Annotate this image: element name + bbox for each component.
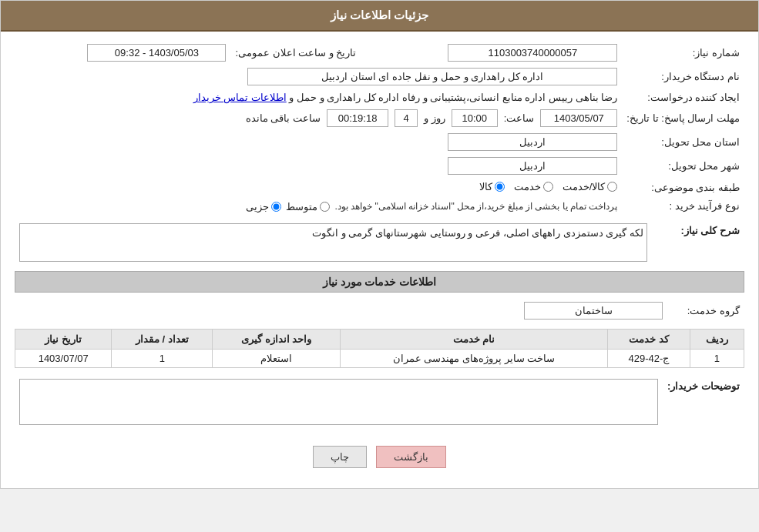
buyer-notes-table: توضیحات خریدار: — [15, 376, 744, 430]
page-header: جزئیات اطلاعات نیاز — [1, 1, 758, 32]
print-button[interactable]: چاپ — [313, 446, 367, 468]
category-label: طبقه بندی موضوعی: — [622, 178, 744, 197]
created-by-text: رضا بناهی رییس اداره منابع انسانی،پشتیبا… — [289, 92, 617, 103]
category-kala-option: کالا — [479, 181, 505, 192]
service-group-label: گروه خدمت: — [667, 299, 744, 323]
process-full-text: پرداخت تمام یا بخشی از مبلغ خرید،از محل … — [334, 201, 617, 212]
announce-label: تاریخ و ساعت اعلان عمومی: — [230, 41, 361, 65]
col-quantity: تعداد / مقدار — [112, 329, 213, 349]
created-by-row: ایجاد کننده درخواست: رضا بناهی رییس ادار… — [15, 89, 744, 106]
remaining-display: 00:19:18 — [327, 109, 388, 127]
col-service-name: نام خدمت — [340, 329, 607, 349]
category-khadamat-option: خدمت — [514, 181, 553, 192]
category-options: کالا/خدمت خدمت کالا — [15, 178, 622, 197]
service-group-row: گروه خدمت: ساختمان — [15, 299, 744, 323]
main-info-table: شماره نیاز: 1103003740000057 تاریخ و ساع… — [15, 41, 744, 216]
description-table: شرح کلی نیاز: لکه گیری دستمزدی راههای اص… — [15, 220, 744, 265]
category-kala-khadamat-radio[interactable] — [607, 182, 617, 192]
deadline-date-display: 1403/05/07 — [540, 109, 617, 127]
buyer-name-display: اداره کل راهداری و حمل و نقل جاده ای است… — [247, 68, 617, 85]
table-row: 1ج-42-429ساخت سایر پروژه‌های مهندسی عمرا… — [15, 349, 744, 367]
description-display: لکه گیری دستمزدی راههای اصلی، فرعی و روس… — [19, 223, 647, 262]
time-display: 10:00 — [452, 109, 498, 127]
created-by-value: رضا بناهی رییس اداره منابع انسانی،پشتیبا… — [15, 89, 622, 106]
remaining-label: ساعت باقی مانده — [246, 112, 321, 124]
service-group-value: ساختمان — [15, 299, 667, 323]
service-group-table: گروه خدمت: ساختمان — [15, 299, 744, 323]
city-label: شهر محل تحویل: — [622, 154, 744, 178]
city-display: اردبیل — [448, 157, 617, 175]
category-kala-khadamat-label: کالا/خدمت — [563, 181, 606, 192]
col-row-num: ردیف — [690, 329, 744, 349]
page-title: جزئیات اطلاعات نیاز — [331, 8, 428, 22]
category-khadamat-label: خدمت — [514, 181, 541, 192]
service-group-display: ساختمان — [524, 302, 663, 320]
process-motavaset-radio[interactable] — [320, 202, 330, 212]
province-display: اردبیل — [448, 133, 617, 151]
time-label: ساعت: — [504, 112, 535, 124]
category-row: طبقه بندی موضوعی: کالا/خدمت خدمت — [15, 178, 744, 197]
services-data-table: ردیف کد خدمت نام خدمت واحد اندازه گیری ت… — [15, 329, 744, 368]
col-unit: واحد اندازه گیری — [213, 329, 340, 349]
category-kala-khadamat-option: کالا/خدمت — [563, 181, 618, 192]
province-row: استان محل تحویل: اردبیل — [15, 130, 744, 154]
content-area: شماره نیاز: 1103003740000057 تاریخ و ساع… — [1, 32, 758, 488]
process-jozi-radio[interactable] — [271, 202, 281, 212]
city-row: شهر محل تحویل: اردبیل — [15, 154, 744, 178]
deadline-row: مهلت ارسال پاسخ: تا تاریخ: 1403/05/07 سا… — [15, 106, 744, 130]
contact-link[interactable]: اطلاعات تماس خریدار — [193, 92, 287, 103]
buyer-name-label: نام دستگاه خریدار: — [622, 65, 744, 89]
days-display: 4 — [395, 109, 418, 127]
buyer-notes-label: توضیحات خریدار: — [663, 376, 744, 430]
process-jozi-label: جزیی — [246, 201, 269, 212]
description-value: لکه گیری دستمزدی راههای اصلی، فرعی و روس… — [15, 220, 652, 265]
days-label: روز و — [424, 112, 445, 124]
buyer-notes-value — [15, 376, 663, 430]
buyer-name-value: اداره کل راهداری و حمل و نقل جاده ای است… — [15, 65, 622, 89]
process-row: نوع فرآیند خرید : پرداخت تمام یا بخشی از… — [15, 197, 744, 216]
need-number-display: 1103003740000057 — [448, 44, 617, 62]
bottom-buttons: بازگشت چاپ — [15, 435, 744, 479]
description-label: شرح کلی نیاز: — [652, 220, 744, 265]
province-value: اردبیل — [15, 130, 622, 154]
category-khadamat-radio[interactable] — [543, 182, 553, 192]
announce-display: 1403/05/03 - 09:32 — [87, 44, 226, 62]
col-service-code: کد خدمت — [608, 329, 690, 349]
services-header-row: ردیف کد خدمت نام خدمت واحد اندازه گیری ت… — [15, 329, 744, 349]
province-label: استان محل تحویل: — [622, 130, 744, 154]
description-row: شرح کلی نیاز: لکه گیری دستمزدی راههای اص… — [15, 220, 744, 265]
process-label: نوع فرآیند خرید : — [622, 197, 744, 216]
category-kala-radio[interactable] — [495, 182, 505, 192]
process-options: پرداخت تمام یا بخشی از مبلغ خرید،از محل … — [15, 197, 622, 216]
need-number-label: شماره نیاز: — [622, 41, 744, 65]
col-date: تاریخ نیاز — [15, 329, 112, 349]
services-section-title: اطلاعات خدمات مورد نیاز — [15, 271, 744, 293]
need-number-row: شماره نیاز: 1103003740000057 تاریخ و ساع… — [15, 41, 744, 65]
process-motavaset-option: متوسط — [286, 201, 330, 212]
category-kala-label: کالا — [479, 181, 492, 192]
city-value: اردبیل — [15, 154, 622, 178]
deadline-label: مهلت ارسال پاسخ: تا تاریخ: — [622, 106, 744, 130]
announce-value: 1403/05/03 - 09:32 — [15, 41, 230, 65]
page-wrapper: جزئیات اطلاعات نیاز شماره نیاز: 11030037… — [0, 0, 759, 489]
process-jozi-option: جزیی — [246, 201, 281, 212]
deadline-value: 1403/05/07 ساعت: 10:00 روز و 4 00:19:18 … — [15, 106, 622, 130]
process-motavaset-label: متوسط — [286, 201, 317, 212]
back-button[interactable]: بازگشت — [376, 446, 446, 468]
buyer-name-row: نام دستگاه خریدار: اداره کل راهداری و حم… — [15, 65, 744, 89]
need-number-value: 1103003740000057 — [361, 41, 623, 65]
buyer-notes-row: توضیحات خریدار: — [15, 376, 744, 430]
buyer-notes-textarea[interactable] — [19, 379, 658, 425]
created-by-label: ایجاد کننده درخواست: — [622, 89, 744, 106]
